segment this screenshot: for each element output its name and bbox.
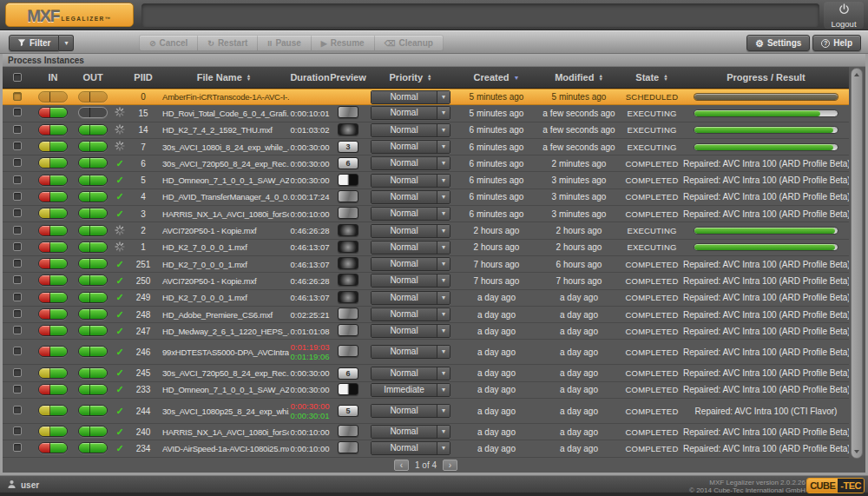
priority-dropdown[interactable]: Normal▾: [371, 425, 450, 439]
preview-thumbnail[interactable]: 3: [338, 141, 358, 153]
priority-dropdown[interactable]: Normal▾: [371, 106, 450, 120]
column-header-piid[interactable]: PIID: [128, 72, 159, 83]
table-row[interactable]: ✓234AVID-AirSpeed-1a-AVCI-1080i25.mxf0:0…: [3, 440, 849, 457]
row-checkbox[interactable]: [13, 347, 22, 355]
table-row[interactable]: ✓248HD_Adobe_Premiere_CS6.mxf0:02:25:21N…: [3, 307, 849, 323]
priority-dropdown[interactable]: Immediate▾: [371, 383, 450, 397]
row-checkbox[interactable]: [13, 406, 22, 414]
cancel-button[interactable]: ⊘ Cancel: [140, 36, 198, 50]
priority-dropdown[interactable]: Normal▾: [371, 404, 450, 418]
priority-dropdown[interactable]: Normal▾: [371, 441, 450, 455]
preview-thumbnail[interactable]: [338, 257, 358, 269]
resume-button[interactable]: ▶ Resume: [312, 36, 375, 50]
table-row[interactable]: ✓3HARRIS_NX_1A_AVCI_1080i_forSo...0:00:1…: [3, 206, 849, 222]
row-checkbox[interactable]: [13, 142, 22, 150]
column-header-out[interactable]: OUT: [74, 72, 112, 83]
table-row[interactable]: 2AVCI720P50-1 - Kopie.mxf0:46:26:28Norma…: [3, 222, 849, 239]
table-row[interactable]: ✓24430s_AVCI_1080p25_8_24_exp_whi...0:00…: [3, 399, 849, 424]
table-row[interactable]: ✓240HARRIS_NX_1A_AVCI_1080i_forSo...0:00…: [3, 424, 849, 440]
table-row[interactable]: 0AmberFin-iCRTranscode-1A-AVC-I-...Norma…: [3, 89, 849, 105]
priority-dropdown[interactable]: Normal▾: [371, 241, 450, 255]
table-row[interactable]: ✓630s_AVCI_720p50_8_24_exp_Rec...0:00:30…: [3, 155, 849, 172]
previous-page-button[interactable]: ‹: [394, 460, 409, 471]
row-checkbox[interactable]: [13, 275, 22, 284]
table-row[interactable]: ✓24530s_AVCI_720p50_8_24_exp_Rec...0:00:…: [3, 365, 849, 381]
preview-thumbnail[interactable]: 5: [338, 405, 358, 417]
sort-icon[interactable]: ▲▼: [427, 74, 431, 81]
filter-button[interactable]: Filter: [9, 35, 59, 51]
preview-thumbnail[interactable]: [338, 274, 358, 286]
priority-dropdown[interactable]: Normal▾: [371, 324, 450, 338]
table-row[interactable]: ✓250AVCI720P50-1 - Kopie.mxf0:46:26:28No…: [3, 273, 849, 289]
priority-dropdown[interactable]: Normal▾: [371, 224, 450, 238]
table-row[interactable]: ✓24699xHDTESTAS5000-DPA_AVCIntra...0:01:…: [3, 340, 849, 365]
priority-dropdown[interactable]: Normal▾: [371, 174, 450, 188]
row-checkbox[interactable]: [13, 427, 22, 435]
priority-dropdown[interactable]: Normal▾: [371, 207, 450, 221]
priority-dropdown[interactable]: Normal▾: [371, 140, 450, 154]
priority-dropdown[interactable]: Normal▾: [371, 123, 450, 137]
next-page-button[interactable]: ›: [443, 460, 457, 471]
preview-thumbnail[interactable]: [338, 291, 358, 303]
table-row[interactable]: ✓233HD_Omneon_7_1_0_0_1_SAW_AZ...0:00:30…: [3, 382, 849, 399]
preview-thumbnail[interactable]: [338, 190, 358, 202]
preview-thumbnail[interactable]: [338, 324, 358, 336]
table-row[interactable]: ✓249HD_K2_7_0_0_0_1.mxf0:46:13:07Normal▾…: [3, 290, 849, 307]
priority-dropdown[interactable]: Normal▾: [371, 190, 450, 204]
table-row[interactable]: 730s_AVCI_1080i_8_24_exp_while_...0:00:3…: [3, 139, 849, 155]
table-row[interactable]: 1HD_K2_7_0_0_0_1.mxf0:46:13:07Normal▾2 h…: [3, 240, 849, 256]
row-checkbox[interactable]: [13, 293, 22, 301]
logout-button[interactable]: Logout: [824, 2, 864, 29]
vertical-scrollbar[interactable]: [851, 68, 863, 459]
row-checkbox[interactable]: [13, 108, 22, 116]
row-checkbox[interactable]: [13, 242, 22, 251]
row-checkbox[interactable]: [13, 443, 22, 452]
column-header-duration[interactable]: Duration: [289, 72, 331, 83]
cleanup-button[interactable]: ⌫ Cleanup: [375, 36, 443, 50]
row-checkbox[interactable]: [13, 326, 22, 334]
column-header-priority[interactable]: Priority ▲▼: [365, 72, 456, 83]
preview-thumbnail[interactable]: [338, 308, 358, 320]
column-header-in[interactable]: IN: [32, 72, 74, 83]
column-header-modified[interactable]: Modified ▲▼: [537, 72, 621, 83]
row-checkbox[interactable]: [13, 175, 22, 184]
priority-dropdown[interactable]: Normal▾: [371, 274, 450, 288]
preview-thumbnail[interactable]: [338, 441, 358, 453]
priority-dropdown[interactable]: Normal▾: [371, 367, 450, 380]
row-checkbox[interactable]: [13, 226, 22, 235]
row-checkbox[interactable]: [13, 208, 22, 217]
filter-dropdown-button[interactable]: ▾: [59, 35, 74, 51]
column-header-file-name[interactable]: File Name ▲▼: [159, 72, 289, 83]
table-row[interactable]: ✓251HD_K2_7_0_0_0_1.mxf0:46:13:07Normal▾…: [3, 256, 849, 273]
preview-thumbnail[interactable]: 6: [338, 157, 358, 169]
sort-descending-icon[interactable]: ▼: [514, 75, 520, 81]
help-button[interactable]: ? Help: [812, 35, 861, 51]
table-row[interactable]: 15HD_Rovi_Total_Code_6_0_4_Grafi...0:00:…: [3, 105, 849, 122]
sort-icon[interactable]: ▲▼: [598, 74, 602, 81]
row-checkbox[interactable]: [13, 192, 22, 201]
column-header-state[interactable]: State ▲▼: [621, 72, 683, 83]
row-checkbox[interactable]: [13, 125, 22, 134]
row-checkbox[interactable]: [13, 385, 22, 393]
scroll-down-icon[interactable]: [854, 450, 859, 453]
row-checkbox[interactable]: [13, 309, 22, 318]
sort-icon[interactable]: ▲▼: [663, 74, 667, 81]
preview-thumbnail[interactable]: [338, 241, 358, 253]
priority-dropdown[interactable]: Normal▾: [371, 156, 450, 170]
row-checkbox[interactable]: [13, 368, 22, 377]
preview-thumbnail[interactable]: [338, 425, 358, 437]
pause-button[interactable]: II Pause: [258, 36, 311, 50]
preview-thumbnail[interactable]: [338, 383, 358, 395]
priority-dropdown[interactable]: Normal▾: [371, 345, 450, 359]
priority-dropdown[interactable]: Normal▾: [371, 90, 450, 104]
preview-thumbnail[interactable]: [338, 207, 358, 219]
row-checkbox[interactable]: [13, 158, 22, 167]
preview-thumbnail[interactable]: [338, 345, 358, 357]
settings-button[interactable]: ⚙ Settings: [746, 35, 810, 51]
preview-thumbnail[interactable]: [338, 174, 358, 186]
restart-button[interactable]: ↻ Restart: [198, 36, 258, 50]
preview-thumbnail[interactable]: [338, 224, 358, 236]
table-row[interactable]: 14HD_K2_7_4_2_1592_THU.mxf0:01:03:02Norm…: [3, 122, 849, 139]
priority-dropdown[interactable]: Normal▾: [371, 291, 450, 305]
scroll-up-icon[interactable]: [854, 73, 859, 76]
